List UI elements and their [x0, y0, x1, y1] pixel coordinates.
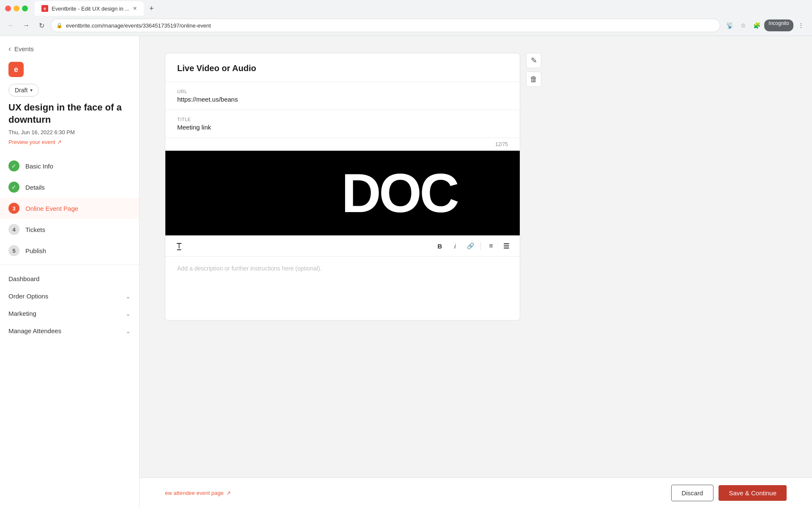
event-image: DOC — [165, 151, 520, 235]
manage-attendees-chevron-icon: ⌄ — [126, 328, 131, 334]
tab-title: Eventbrite - Edit UX design in ... — [52, 6, 129, 12]
menu-icon[interactable]: ⋮ — [795, 19, 807, 31]
ordered-list-button[interactable]: ≡ — [484, 239, 498, 253]
sidebar-item-online-event[interactable]: 3 Online Event Page — [0, 198, 139, 219]
sidebar-item-basic-info[interactable]: ✓ Basic Info — [0, 155, 139, 177]
manage-attendees-label: Manage Attendees — [8, 327, 61, 334]
image-left-panel — [165, 151, 279, 235]
tab-favicon: e — [41, 5, 48, 12]
italic-button[interactable]: i — [448, 239, 462, 253]
bookmark-icon[interactable]: ☆ — [737, 19, 749, 31]
image-text: DOC — [279, 151, 520, 235]
nav-extras: 📡 ☆ 🧩 Incognito ⋮ — [724, 19, 807, 31]
main-wrapper: Live Video or Audio URL https://meet.us/… — [140, 36, 812, 508]
browser-chrome: e Eventbrite - Edit UX design in ... ✕ +… — [0, 0, 812, 36]
description-input[interactable]: Add a description or further instruction… — [165, 257, 520, 320]
sidebar: ‹ Events e Draft ▾ UX design in the face… — [0, 36, 140, 508]
nav-label-online-event: Online Event Page — [25, 205, 78, 212]
status-chevron-icon: ▾ — [30, 87, 33, 93]
active-tab[interactable]: e Eventbrite - Edit UX design in ... ✕ — [35, 1, 144, 16]
maximize-window-button[interactable] — [22, 6, 28, 11]
title-field[interactable]: Title Meeting link — [165, 110, 520, 138]
status-badge[interactable]: Draft ▾ — [8, 84, 39, 97]
bold-button[interactable]: B — [433, 239, 447, 253]
discard-button[interactable]: Discard — [671, 485, 714, 501]
sidebar-item-dashboard[interactable]: Dashboard — [0, 270, 139, 287]
marketing-chevron-icon: ⌄ — [126, 310, 131, 317]
back-to-events-icon[interactable]: ‹ — [8, 44, 11, 53]
content-area: Live Video or Audio URL https://meet.us/… — [165, 53, 520, 320]
lock-icon: 🔒 — [56, 22, 63, 28]
event-title: UX design in the face of a downturn — [0, 102, 139, 129]
sidebar-item-manage-attendees[interactable]: Manage Attendees ⌄ — [0, 322, 139, 340]
nav-label-publish: Publish — [25, 247, 46, 254]
marketing-label: Marketing — [8, 310, 36, 317]
nav-label-tickets: Tickets — [25, 226, 45, 233]
nav-label-basic-info: Basic Info — [25, 163, 53, 170]
delete-card-button[interactable]: 🗑 — [526, 72, 541, 87]
url-field[interactable]: URL https://meet.us/beans — [165, 82, 520, 110]
editor-toolbar: T̲ B i 🔗 ≡ ☰ — [165, 235, 520, 257]
title-label: Title — [177, 117, 508, 122]
order-options-chevron-icon: ⌄ — [126, 293, 131, 300]
refresh-nav-button[interactable]: ↻ — [36, 19, 47, 31]
events-link[interactable]: Events — [14, 45, 34, 52]
sidebar-back-header: ‹ Events — [0, 44, 139, 62]
main-content: Live Video or Audio URL https://meet.us/… — [140, 36, 812, 478]
back-nav-button[interactable]: ← — [5, 19, 17, 31]
sidebar-item-details[interactable]: ✓ Details — [0, 177, 139, 198]
check-icon-basic-info: ✓ — [8, 160, 19, 171]
nav-number-publish: 5 — [8, 245, 19, 256]
footer-bar: ew attendee event page ↗ Discard Save & … — [140, 478, 812, 508]
nav-number-tickets: 4 — [8, 224, 19, 235]
browser-titlebar: e Eventbrite - Edit UX design in ... ✕ + — [0, 0, 812, 17]
browser-nav: ← → ↻ 🔒 eventbrite.com/manage/events/336… — [0, 17, 812, 36]
text-format-button[interactable]: T̲ — [172, 239, 186, 253]
nav-section: ✓ Basic Info ✓ Details 3 Online Event Pa… — [0, 155, 139, 265]
event-date: Thu, Jun 16, 2022 6:30 PM — [0, 129, 139, 139]
card-actions: ✎ 🗑 — [526, 53, 541, 87]
check-icon-details: ✓ — [8, 182, 19, 193]
new-tab-button[interactable]: + — [145, 3, 157, 14]
dashboard-label: Dashboard — [8, 275, 39, 282]
url-text: eventbrite.com/manage/events/33645173519… — [66, 22, 211, 29]
tab-close-button[interactable]: ✕ — [133, 6, 137, 11]
close-window-button[interactable] — [5, 6, 11, 11]
preview-attendee-link[interactable]: ew attendee event page ↗ — [165, 490, 231, 496]
url-label: URL — [177, 89, 508, 94]
card-title: Live Video or Audio — [165, 53, 520, 82]
toolbar-separator — [480, 242, 481, 250]
preview-text: ew attendee event page — [165, 490, 224, 496]
incognito-badge: Incognito — [764, 19, 793, 31]
title-value: Meeting link — [177, 124, 508, 131]
link-button[interactable]: 🔗 — [464, 239, 477, 253]
external-link-icon: ↗ — [57, 139, 62, 145]
minimize-window-button[interactable] — [14, 6, 19, 11]
order-options-label: Order Options — [8, 293, 48, 300]
sidebar-item-order-options[interactable]: Order Options ⌄ — [0, 287, 139, 305]
external-link-footer-icon: ↗ — [226, 490, 231, 496]
nav-label-details: Details — [25, 184, 45, 191]
description-placeholder: Add a description or further instruction… — [177, 265, 322, 272]
live-video-card: Live Video or Audio URL https://meet.us/… — [165, 53, 520, 320]
sidebar-item-tickets[interactable]: 4 Tickets — [0, 219, 139, 240]
app-layout: ‹ Events e Draft ▾ UX design in the face… — [0, 36, 812, 508]
save-continue-button[interactable]: Save & Continue — [719, 485, 787, 501]
sidebar-extra-section: Dashboard Order Options ⌄ Marketing ⌄ Ma… — [0, 265, 139, 345]
preview-event-link[interactable]: Preview your event ↗ — [0, 139, 139, 155]
nav-number-online-event: 3 — [8, 203, 19, 214]
eventbrite-logo: e — [8, 62, 24, 77]
window-controls — [5, 6, 28, 11]
sidebar-item-marketing[interactable]: Marketing ⌄ — [0, 305, 139, 322]
browser-tabs: e Eventbrite - Edit UX design in ... ✕ + — [35, 1, 807, 16]
address-bar[interactable]: 🔒 eventbrite.com/manage/events/336451735… — [51, 19, 720, 32]
unordered-list-button[interactable]: ☰ — [499, 239, 513, 253]
form-group: URL https://meet.us/beans Title Meeting … — [165, 82, 520, 138]
extensions-icon[interactable]: 🧩 — [751, 19, 763, 31]
forward-nav-button[interactable]: → — [20, 19, 32, 31]
cast-icon[interactable]: 📡 — [724, 19, 735, 31]
sidebar-item-publish[interactable]: 5 Publish — [0, 240, 139, 261]
edit-card-button[interactable]: ✎ — [526, 53, 541, 68]
url-value: https://meet.us/beans — [177, 96, 508, 103]
status-label: Draft — [15, 87, 27, 94]
